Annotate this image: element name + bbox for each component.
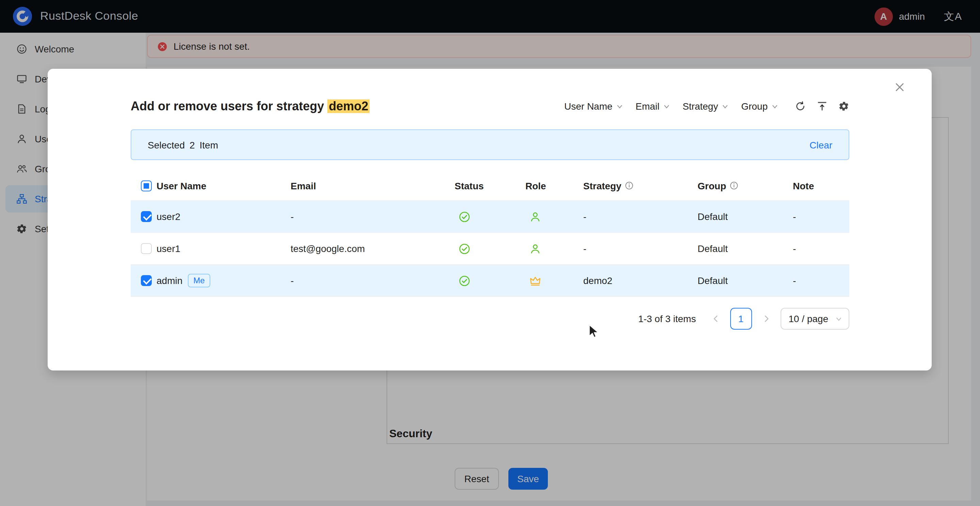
pagination-next-button[interactable] [757, 308, 775, 330]
filter-email[interactable]: Email [636, 101, 670, 112]
cell-note: - [793, 211, 850, 222]
row-checkbox[interactable] [141, 243, 152, 254]
page-size-select[interactable]: 10 / page [780, 308, 850, 330]
chevron-right-icon [762, 314, 770, 323]
select-all-checkbox[interactable] [141, 180, 152, 191]
filter-user-name[interactable]: User Name [564, 101, 624, 112]
rustdesk-console-app: RustDesk Console A admin 文A Welcome Devi… [0, 0, 980, 506]
close-icon[interactable] [894, 82, 905, 93]
role-admin-crown-icon [530, 275, 541, 286]
chevron-left-icon [711, 314, 720, 323]
strategy-name-highlight: demo2 [327, 99, 369, 113]
reload-icon[interactable] [795, 101, 806, 112]
cell-email: test@google.com [291, 243, 455, 254]
pagination-total: 1-3 of 3 items [638, 313, 696, 324]
settings-icon[interactable] [838, 101, 850, 112]
info-icon[interactable] [730, 181, 738, 190]
filter-label: Group [741, 101, 768, 112]
col-group: Group [698, 180, 726, 191]
cell-user-name: user2 [156, 211, 291, 222]
table-row-user2[interactable]: user2 - - Default - [130, 201, 850, 233]
table-row-admin[interactable]: admin Me - demo2 Default - [130, 265, 850, 297]
modal-title-text: Add or remove users for strategy [130, 99, 327, 113]
users-table: User Name Email Status Role Strategy Gro… [130, 171, 850, 297]
col-note: Note [793, 180, 850, 191]
cell-note: - [793, 275, 850, 286]
selected-label: Selected [148, 139, 185, 150]
density-icon[interactable] [817, 101, 827, 112]
selected-count: 2 [189, 139, 195, 150]
filter-label: Email [636, 101, 659, 112]
page-size-value: 10 / page [788, 313, 828, 324]
add-remove-users-modal: Add or remove users for strategy demo2 U… [48, 69, 932, 370]
modal-title: Add or remove users for strategy demo2 [130, 99, 369, 113]
row-checkbox[interactable] [141, 275, 152, 286]
selection-info-bar: Selected 2 Item Clear [130, 129, 850, 160]
table-header-row: User Name Email Status Role Strategy Gro… [130, 171, 850, 201]
filter-group[interactable]: Group [741, 101, 778, 112]
cell-strategy: - [583, 211, 698, 222]
cell-note: - [793, 243, 850, 254]
col-strategy: Strategy [583, 180, 621, 191]
pagination-page-1[interactable]: 1 [730, 308, 752, 330]
cell-email: - [291, 211, 455, 222]
cell-group: Default [698, 275, 793, 286]
table-row-user1[interactable]: user1 test@google.com - Default - [130, 233, 850, 265]
pagination-prev-button[interactable] [707, 308, 724, 330]
status-enabled-icon [459, 275, 470, 286]
status-enabled-icon [459, 211, 470, 222]
col-user-name: User Name [156, 180, 291, 191]
cell-group: Default [698, 211, 793, 222]
cell-email: - [291, 275, 455, 286]
status-enabled-icon [459, 243, 470, 254]
cell-group: Default [698, 243, 793, 254]
pagination: 1-3 of 3 items 1 10 / page [638, 308, 850, 330]
col-status: Status [455, 180, 525, 191]
chevron-down-icon [721, 102, 729, 110]
selected-item-label: Item [200, 139, 218, 150]
role-user-icon [530, 243, 541, 254]
clear-selection-link[interactable]: Clear [810, 139, 832, 150]
cell-user-name: user1 [156, 243, 291, 254]
chevron-down-icon [616, 102, 624, 110]
role-user-icon [530, 211, 541, 222]
info-icon[interactable] [625, 181, 633, 190]
cell-strategy: - [583, 243, 698, 254]
table-toolbar: User Name Email Strategy Group [564, 101, 850, 112]
row-checkbox[interactable] [141, 211, 152, 222]
col-email: Email [291, 180, 455, 191]
chevron-down-icon [771, 102, 778, 110]
filter-label: Strategy [682, 101, 718, 112]
filter-label: User Name [564, 101, 612, 112]
cell-user-name: admin [156, 275, 182, 286]
filter-strategy[interactable]: Strategy [682, 101, 729, 112]
col-role: Role [525, 180, 583, 191]
me-badge: Me [188, 274, 210, 287]
chevron-down-icon [835, 315, 843, 322]
chevron-down-icon [663, 102, 670, 110]
cell-strategy: demo2 [583, 275, 698, 286]
